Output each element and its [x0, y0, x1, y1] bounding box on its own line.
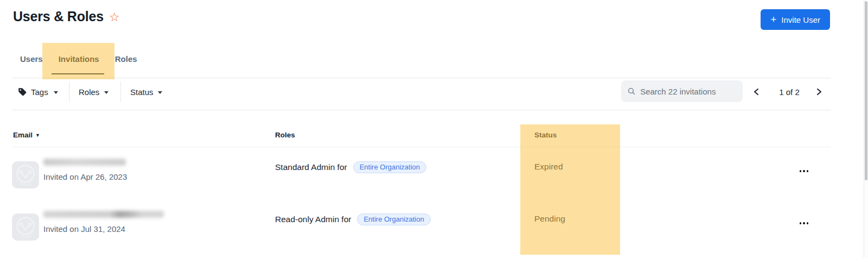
- invite-user-button[interactable]: + Invite User: [761, 9, 830, 30]
- search-box: [621, 80, 743, 102]
- filter-status[interactable]: Status: [130, 87, 154, 97]
- sort-desc-icon: ▼: [35, 133, 40, 138]
- chevron-down-icon: [54, 91, 58, 94]
- status-value: Pending: [534, 213, 565, 224]
- filter-roles[interactable]: Roles: [79, 87, 99, 97]
- role-label: Standard Admin for: [275, 162, 347, 172]
- table-header-divider: [12, 147, 831, 147]
- tab-invitations[interactable]: Invitations: [59, 54, 99, 64]
- chevron-right-icon[interactable]: [815, 88, 822, 96]
- avatar-placeholder-icon: [12, 213, 39, 241]
- column-header-roles: Roles: [275, 131, 295, 140]
- scope-badge: Entire Organization: [353, 161, 426, 173]
- filter-separator: [69, 81, 69, 102]
- filter-separator: [120, 81, 121, 102]
- chevron-left-icon[interactable]: [753, 88, 761, 96]
- avatar-placeholder-icon: [12, 161, 39, 188]
- column-header-email[interactable]: Email▼: [13, 131, 40, 140]
- avatar: [12, 161, 39, 188]
- role-label: Read-only Admin for: [275, 215, 351, 224]
- tab-bar: Users Invitations Roles: [20, 54, 137, 64]
- filter-divider: [12, 110, 831, 110]
- pagination-label: 1 of 2: [774, 87, 805, 97]
- page-title-text: Users & Roles: [13, 9, 104, 24]
- scope-badge: Entire Organization: [357, 213, 430, 225]
- email-header-label: Email: [13, 131, 33, 139]
- invited-date: Invited on Jul 31, 2024: [43, 224, 125, 234]
- filter-tags[interactable]: Tags: [31, 87, 48, 97]
- chevron-down-icon: [104, 91, 108, 94]
- tag-icon: [17, 87, 27, 97]
- page-title: Users & Roles ☆: [13, 9, 119, 24]
- invited-date: Invited on Apr 26, 2023: [43, 172, 127, 182]
- row-overflow-menu-icon[interactable]: [796, 165, 812, 177]
- scrollbar-thumb[interactable]: [865, 1, 867, 180]
- favorite-star-icon[interactable]: ☆: [109, 11, 120, 23]
- plus-icon: +: [770, 14, 776, 24]
- redacted-email: [43, 211, 164, 218]
- roles-cell: Read-only Admin for Entire Organization: [275, 213, 431, 225]
- search-input[interactable]: [640, 87, 736, 96]
- tab-roles[interactable]: Roles: [115, 54, 137, 64]
- roles-cell: Standard Admin for Entire Organization: [275, 161, 426, 173]
- row-overflow-menu-icon[interactable]: [796, 217, 812, 229]
- scrollbar-track[interactable]: [864, 0, 868, 258]
- tabs-divider: [12, 78, 831, 78]
- users-roles-page: Users & Roles ☆ + Invite User Users Invi…: [0, 0, 868, 258]
- status-value: Expired: [534, 161, 563, 172]
- column-header-status: Status: [534, 131, 557, 140]
- tab-users[interactable]: Users: [20, 54, 43, 64]
- invite-user-label: Invite User: [781, 15, 820, 24]
- search-icon: [628, 87, 635, 96]
- chevron-down-icon: [158, 91, 162, 94]
- redacted-email: [43, 159, 126, 166]
- status-column-highlight: [520, 124, 620, 255]
- avatar: [12, 213, 39, 241]
